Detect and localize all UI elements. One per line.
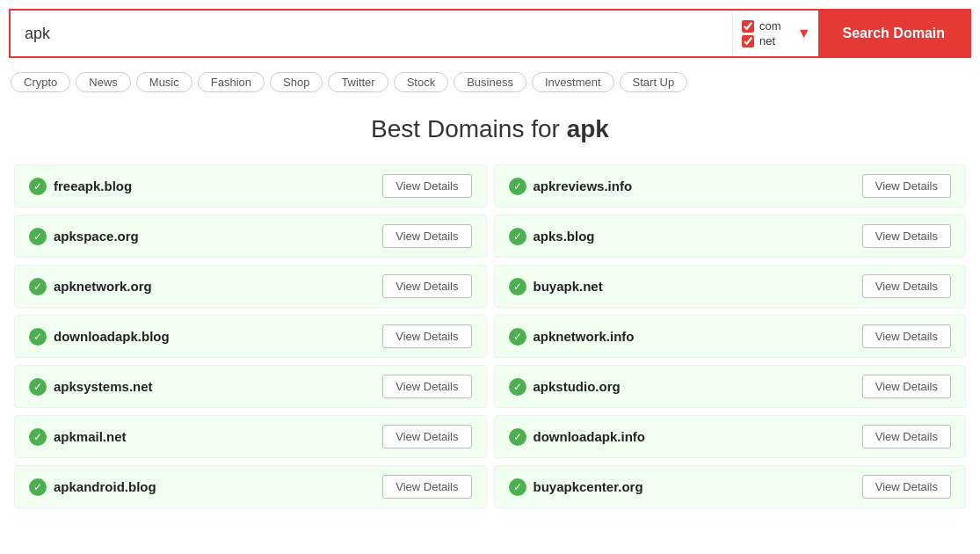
tag-fashion[interactable]: Fashion xyxy=(198,72,265,92)
view-details-button[interactable]: View Details xyxy=(382,324,471,348)
tld-com-checkbox[interactable] xyxy=(742,20,754,33)
view-details-button[interactable]: View Details xyxy=(862,475,951,499)
tld-options: com net xyxy=(732,11,790,56)
view-details-button[interactable]: View Details xyxy=(862,375,951,398)
check-icon: ✓ xyxy=(509,478,526,496)
check-icon: ✓ xyxy=(29,378,47,396)
check-icon: ✓ xyxy=(29,228,47,245)
domain-name: apkmail.net xyxy=(54,429,127,444)
title-prefix: Best Domains for xyxy=(371,115,567,142)
domain-name: freeapk.blog xyxy=(54,179,132,193)
domain-name: apksystems.net xyxy=(54,379,153,394)
tags-container: CryptoNewsMusicFashionShopTwitterStockBu… xyxy=(0,67,980,101)
domain-left: ✓ buyapkcenter.org xyxy=(509,478,643,496)
results-grid: ✓ freeapk.blog View Details ✓ apkreviews… xyxy=(0,161,980,512)
tag-shop[interactable]: Shop xyxy=(270,72,323,92)
domain-item: ✓ apkandroid.blog View Details xyxy=(14,465,487,508)
check-icon: ✓ xyxy=(509,428,526,446)
domain-left: ✓ apkmail.net xyxy=(29,428,127,446)
tld-com-label: com xyxy=(759,19,781,33)
domain-left: ✓ apks.blog xyxy=(509,228,595,245)
check-icon: ✓ xyxy=(509,178,526,195)
tag-news[interactable]: News xyxy=(76,72,131,92)
domain-left: ✓ apkspace.org xyxy=(29,228,139,245)
check-icon: ✓ xyxy=(29,428,47,446)
domain-item: ✓ freeapk.blog View Details xyxy=(14,164,487,208)
view-details-button[interactable]: View Details xyxy=(862,224,951,248)
check-icon: ✓ xyxy=(29,278,47,295)
check-icon: ✓ xyxy=(29,328,47,346)
domain-item: ✓ downloadapk.info View Details xyxy=(494,415,967,458)
domain-item: ✓ apkspace.org View Details xyxy=(14,215,487,258)
domain-name: apkandroid.blog xyxy=(54,479,156,494)
tag-stock[interactable]: Stock xyxy=(394,72,449,92)
tag-start-up[interactable]: Start Up xyxy=(620,72,688,92)
check-icon: ✓ xyxy=(509,328,526,346)
domain-left: ✓ downloadapk.blog xyxy=(29,328,170,346)
domain-left: ✓ apknetwork.org xyxy=(29,278,152,295)
title-keyword: apk xyxy=(567,115,609,142)
domain-left: ✓ apkandroid.blog xyxy=(29,478,156,496)
domain-item: ✓ buyapk.net View Details xyxy=(494,265,967,308)
domain-left: ✓ apkreviews.info xyxy=(509,178,633,195)
domain-name: apkspace.org xyxy=(54,229,139,244)
domain-item: ✓ apkstudio.org View Details xyxy=(494,365,967,408)
check-icon: ✓ xyxy=(509,378,526,396)
domain-name: buyapk.net xyxy=(534,279,603,294)
check-icon: ✓ xyxy=(29,178,47,195)
view-details-button[interactable]: View Details xyxy=(862,274,951,298)
domain-item: ✓ buyapkcenter.org View Details xyxy=(494,465,967,508)
tag-twitter[interactable]: Twitter xyxy=(328,72,388,92)
check-icon: ✓ xyxy=(29,478,47,496)
view-details-button[interactable]: View Details xyxy=(382,224,471,248)
domain-left: ✓ downloadapk.info xyxy=(509,428,646,446)
tag-business[interactable]: Business xyxy=(454,72,526,92)
tld-net-option[interactable]: net xyxy=(742,34,781,47)
view-details-button[interactable]: View Details xyxy=(382,425,471,448)
tld-com-option[interactable]: com xyxy=(742,19,781,33)
tld-net-label: net xyxy=(759,34,775,47)
tag-investment[interactable]: Investment xyxy=(532,72,614,92)
domain-item: ✓ downloadapk.blog View Details xyxy=(14,315,487,358)
view-details-button[interactable]: View Details xyxy=(382,274,471,298)
view-details-button[interactable]: View Details xyxy=(382,375,471,398)
view-details-button[interactable]: View Details xyxy=(382,475,471,499)
view-details-button[interactable]: View Details xyxy=(382,174,471,198)
tag-crypto[interactable]: Crypto xyxy=(11,72,70,92)
domain-left: ✓ apksystems.net xyxy=(29,378,153,396)
check-icon: ✓ xyxy=(509,278,526,295)
tld-dropdown-arrow[interactable]: ▼ xyxy=(790,11,818,56)
domain-item: ✓ apknetwork.org View Details xyxy=(14,265,487,308)
domain-left: ✓ apkstudio.org xyxy=(509,378,621,396)
domain-item: ✓ apkreviews.info View Details xyxy=(494,164,967,208)
domain-name: apks.blog xyxy=(534,229,595,244)
tag-music[interactable]: Music xyxy=(136,72,192,92)
search-button[interactable]: Search Domain xyxy=(818,11,969,56)
domain-left: ✓ apknetwork.info xyxy=(509,328,635,346)
view-details-button[interactable]: View Details xyxy=(862,174,951,198)
domain-item: ✓ apkmail.net View Details xyxy=(14,415,487,458)
domain-name: apkreviews.info xyxy=(534,179,633,193)
domain-name: apkstudio.org xyxy=(534,379,621,394)
domain-item: ✓ apks.blog View Details xyxy=(494,215,967,258)
domain-name: downloadapk.blog xyxy=(54,329,170,344)
search-input[interactable] xyxy=(11,11,732,56)
tld-net-checkbox[interactable] xyxy=(742,35,754,47)
domain-name: downloadapk.info xyxy=(534,429,646,444)
domain-left: ✓ freeapk.blog xyxy=(29,178,132,195)
page-title: Best Domains for apk xyxy=(0,115,980,143)
domain-left: ✓ buyapk.net xyxy=(509,278,603,295)
domain-item: ✓ apksystems.net View Details xyxy=(14,365,487,408)
check-icon: ✓ xyxy=(509,228,526,245)
domain-name: buyapkcenter.org xyxy=(534,479,643,494)
search-bar: com net ▼ Search Domain xyxy=(9,9,971,58)
view-details-button[interactable]: View Details xyxy=(862,324,951,348)
domain-item: ✓ apknetwork.info View Details xyxy=(494,315,967,358)
domain-name: apknetwork.org xyxy=(54,279,152,294)
domain-name: apknetwork.info xyxy=(534,329,635,344)
view-details-button[interactable]: View Details xyxy=(862,425,951,448)
